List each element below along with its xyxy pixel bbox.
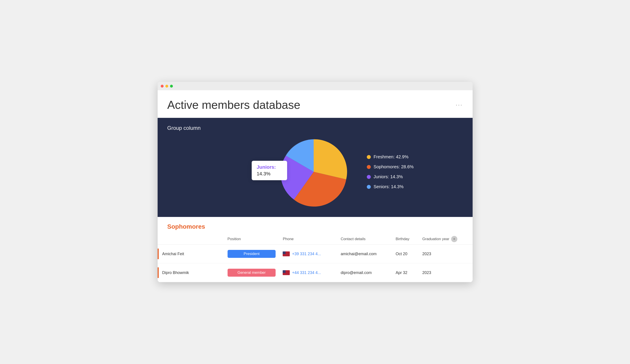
members-table: Position Phone Contact details Birthday … <box>158 234 472 282</box>
position-badge-2: General member <box>228 269 276 277</box>
col-birthday: Birthday <box>392 234 419 245</box>
tooltip-title: Juniors: <box>256 164 282 170</box>
col-graduation: Graduation year + <box>419 234 472 245</box>
legend-dot-juniors <box>367 175 371 179</box>
col-contact: Contact details <box>337 234 392 245</box>
chart-legend: Freshmen: 42.9% Sophomores: 28.6% Junior… <box>367 154 414 189</box>
main-window: Active members database ··· Group column <box>158 82 472 282</box>
page-header: Active members database ··· <box>158 90 472 118</box>
graduation-cell-1: 2023 <box>419 245 472 263</box>
col-position: Position <box>224 234 279 245</box>
more-options-button[interactable]: ··· <box>456 101 463 108</box>
legend-dot-sophomores <box>367 165 371 169</box>
table-section: Sophomores Position Phone Contact detail… <box>158 217 472 282</box>
email-cell-1[interactable]: amichai@email.com <box>337 245 392 263</box>
position-badge-1: President <box>228 250 276 258</box>
close-dot[interactable] <box>161 85 164 88</box>
legend-dot-seniors <box>367 185 371 189</box>
phone-cell-1: +39 331 234 4... <box>279 245 337 263</box>
birthday-cell-1: Oct 20 <box>392 245 419 263</box>
name-cell-2: Dipro Bhowmik <box>158 263 224 282</box>
phone-number-1: +39 331 234 4... <box>292 252 321 256</box>
birthday-cell-2: Apr 32 <box>392 263 419 282</box>
phone-number-2: +44 331 234 4... <box>292 271 321 275</box>
member-name-1: Amichai Feit <box>162 252 184 256</box>
col-phone: Phone <box>279 234 337 245</box>
group-heading: Sophomores <box>158 223 472 234</box>
chart-container: Juniors: 14.3% Freshmen: 42.9% Sophomore… <box>167 136 463 207</box>
chart-section-label: Group column <box>167 125 463 131</box>
table-header-row: Position Phone Contact details Birthday … <box>158 234 472 245</box>
flag-icon-1 <box>283 251 290 256</box>
legend-item-sophomores: Sophomores: 28.6% <box>367 164 414 169</box>
flag-icon-2 <box>283 270 290 275</box>
tooltip-value: 14.3% <box>256 171 282 177</box>
row-indicator-1 <box>158 249 159 259</box>
name-cell-1: Amichai Feit <box>158 245 224 263</box>
legend-label-freshmen: Freshmen: 42.9% <box>374 154 408 159</box>
col-name <box>158 234 224 245</box>
legend-dot-freshmen <box>367 155 371 159</box>
titlebar <box>158 82 472 90</box>
legend-item-seniors: Seniors: 14.3% <box>367 184 414 189</box>
legend-label-seniors: Seniors: 14.3% <box>374 184 404 189</box>
add-column-button[interactable]: + <box>451 236 457 242</box>
chart-section: Group column <box>158 118 472 217</box>
email-cell-2[interactable]: dipro@email.com <box>337 263 392 282</box>
page-title: Active members database <box>167 98 300 111</box>
phone-cell-2: +44 331 234 4... <box>279 263 337 282</box>
maximize-dot[interactable] <box>170 85 173 88</box>
legend-item-freshmen: Freshmen: 42.9% <box>367 154 414 159</box>
legend-item-juniors: Juniors: 14.3% <box>367 174 414 179</box>
position-cell-1: President <box>224 245 279 263</box>
minimize-dot[interactable] <box>165 85 168 88</box>
legend-label-juniors: Juniors: 14.3% <box>374 174 403 179</box>
chart-tooltip: Juniors: 14.3% <box>252 161 287 180</box>
table-row: Amichai Feit President +39 331 234 4... … <box>158 245 472 263</box>
pie-chart[interactable]: Juniors: 14.3% <box>278 136 349 207</box>
legend-label-sophomores: Sophomores: 28.6% <box>374 164 414 169</box>
position-cell-2: General member <box>224 263 279 282</box>
graduation-cell-2: 2023 <box>419 263 472 282</box>
table-row: Dipro Bhowmik General member +44 331 234… <box>158 263 472 282</box>
row-indicator-2 <box>158 267 159 278</box>
member-name-2: Dipro Bhowmik <box>162 271 189 275</box>
